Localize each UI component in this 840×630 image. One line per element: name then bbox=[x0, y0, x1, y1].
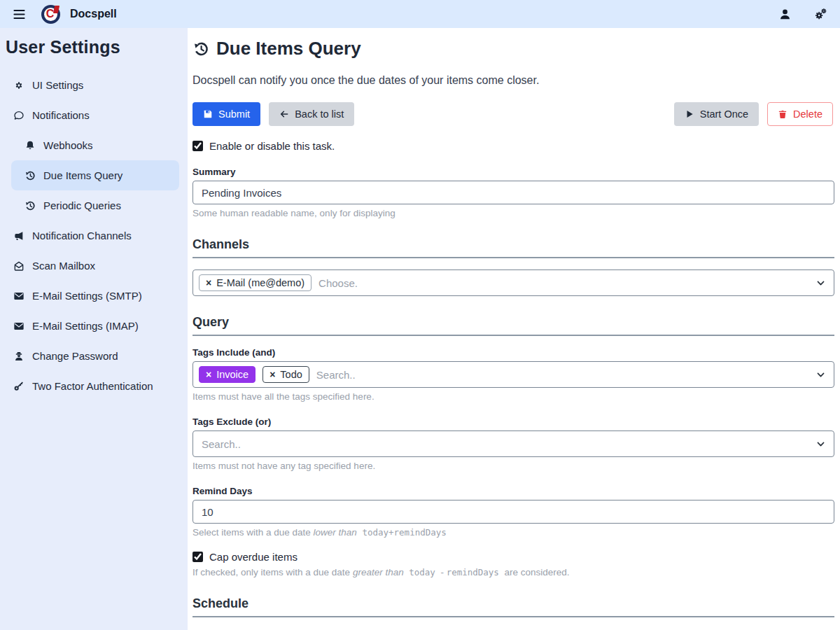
sidebar-item-scan-mailbox[interactable]: Scan Mailbox bbox=[0, 251, 188, 281]
key-icon bbox=[13, 381, 24, 392]
page-title-text: Due Items Query bbox=[216, 38, 361, 59]
sidebar-item-periodic-queries[interactable]: Periodic Queries bbox=[0, 190, 188, 220]
history-icon bbox=[192, 41, 209, 57]
tag-chip-invoice[interactable]: × Invoice bbox=[199, 366, 255, 383]
summary-field: Summary Some human readable name, only f… bbox=[192, 167, 834, 218]
sidebar-item-label: E-Mail Settings (SMTP) bbox=[32, 290, 142, 302]
submit-button[interactable]: Submit bbox=[192, 102, 260, 126]
delete-button-label: Delete bbox=[793, 108, 822, 120]
logo-letter: C bbox=[46, 8, 55, 20]
help-code: today+remindDays bbox=[357, 527, 447, 538]
comment-icon bbox=[13, 110, 24, 121]
menu-toggle-button[interactable] bbox=[10, 5, 29, 24]
cap-overdue-row: Cap overdue items bbox=[192, 551, 834, 563]
sidebar-item-ui-settings[interactable]: UI Settings bbox=[0, 70, 188, 100]
channel-chip-label: E-Mail (me@demo) bbox=[216, 277, 304, 288]
summary-input[interactable] bbox=[192, 181, 834, 204]
chevron-down-icon[interactable] bbox=[816, 279, 825, 288]
tag-chip-label: Todo bbox=[280, 369, 302, 380]
remove-chip-icon[interactable]: × bbox=[206, 278, 211, 288]
main-content: Due Items Query Docspell can notify you … bbox=[188, 28, 840, 630]
user-menu-button[interactable] bbox=[776, 5, 794, 24]
remove-chip-icon[interactable]: × bbox=[206, 370, 211, 379]
sidebar-item-notification-channels[interactable]: Notification Channels bbox=[0, 220, 188, 251]
channel-chip-email[interactable]: × E-Mail (me@demo) bbox=[199, 274, 312, 291]
tags-exclude-select[interactable]: Search.. bbox=[192, 430, 834, 457]
sidebar-item-two-factor[interactable]: Two Factor Authentication bbox=[0, 371, 188, 401]
channels-select[interactable]: × E-Mail (me@demo) Choose. bbox=[192, 270, 834, 296]
history-icon bbox=[24, 200, 36, 211]
start-once-button[interactable]: Start Once bbox=[674, 102, 759, 126]
enable-task-label: Enable or disable this task. bbox=[209, 140, 335, 152]
cap-overdue-label: Cap overdue items bbox=[209, 551, 298, 563]
chevron-down-icon[interactable] bbox=[816, 440, 825, 449]
envelope-open-icon bbox=[13, 260, 24, 272]
sidebar-item-label: Periodic Queries bbox=[43, 200, 121, 211]
enable-task-checkbox[interactable] bbox=[192, 141, 203, 151]
page-title: Due Items Query bbox=[192, 38, 834, 59]
tags-include-placeholder: Search.. bbox=[316, 369, 809, 381]
trash-icon bbox=[778, 109, 788, 119]
history-icon bbox=[24, 170, 36, 181]
sidebar-item-email-smtp[interactable]: E-Mail Settings (SMTP) bbox=[0, 281, 188, 311]
start-once-label: Start Once bbox=[700, 108, 748, 120]
help-text: are considered. bbox=[504, 567, 569, 578]
back-to-list-button[interactable]: Back to list bbox=[269, 102, 354, 126]
cap-overdue-help: If checked, only items with a due date g… bbox=[192, 567, 834, 578]
summary-label: Summary bbox=[192, 167, 834, 177]
arrow-left-icon bbox=[279, 109, 289, 119]
sidebar-item-label: Notification Channels bbox=[32, 230, 132, 241]
sidebar-item-notifications[interactable]: Notifications bbox=[0, 100, 188, 130]
help-code: remindDays bbox=[447, 567, 505, 578]
help-code: today bbox=[404, 567, 441, 578]
sidebar-item-label: Scan Mailbox bbox=[32, 260, 95, 272]
gear-icon bbox=[13, 80, 24, 91]
remind-days-label: Remind Days bbox=[192, 486, 834, 496]
cogs-icon bbox=[814, 8, 827, 21]
sidebar-nav: UI Settings Notifications Webhooks Due I… bbox=[0, 70, 188, 401]
settings-menu-button[interactable] bbox=[811, 5, 830, 24]
help-separator: - bbox=[440, 567, 446, 578]
help-text: If checked, only items with a due date bbox=[192, 567, 353, 578]
remind-days-help: Select items with a due date lower than … bbox=[192, 527, 834, 538]
tag-chip-label: Invoice bbox=[216, 369, 248, 380]
bullhorn-icon bbox=[13, 230, 24, 241]
query-heading: Query bbox=[192, 315, 834, 336]
schedule-heading: Schedule bbox=[192, 596, 834, 617]
delete-button[interactable]: Delete bbox=[767, 102, 833, 126]
help-emphasis: lower than bbox=[314, 527, 357, 538]
docspell-logo[interactable]: C bbox=[41, 5, 60, 24]
sidebar-item-email-imap[interactable]: E-Mail Settings (IMAP) bbox=[0, 311, 188, 341]
tags-exclude-help: Items must not have any tag specified he… bbox=[192, 461, 834, 471]
tags-include-help: Items must have all the tags specified h… bbox=[192, 391, 834, 402]
tag-chip-todo[interactable]: × Todo bbox=[262, 366, 309, 383]
summary-help: Some human readable name, only for displ… bbox=[192, 208, 834, 218]
tags-include-select[interactable]: × Invoice × Todo Search.. bbox=[192, 361, 834, 388]
cap-overdue-checkbox[interactable] bbox=[192, 552, 203, 562]
tags-include-field: Tags Include (and) × Invoice × Todo Sear… bbox=[192, 347, 834, 402]
tags-exclude-label: Tags Exclude (or) bbox=[192, 416, 834, 427]
envelope-icon bbox=[13, 321, 24, 332]
channels-placeholder: Choose. bbox=[318, 277, 809, 289]
sidebar-item-due-items-query[interactable]: Due Items Query bbox=[11, 160, 179, 190]
page-description: Docspell can notify you once the due dat… bbox=[192, 74, 834, 87]
sidebar-item-webhooks[interactable]: Webhooks bbox=[0, 130, 188, 160]
sidebar-title: User Settings bbox=[0, 28, 188, 64]
sidebar-item-label: Two Factor Authentication bbox=[32, 380, 153, 392]
sidebar-item-label: Change Password bbox=[32, 350, 118, 362]
channels-heading: Channels bbox=[192, 237, 834, 258]
remind-days-input[interactable] bbox=[192, 500, 834, 524]
help-text: Select items with a due date bbox=[192, 527, 314, 538]
user-settings-sidebar: User Settings UI Settings Notifications … bbox=[0, 28, 188, 630]
save-icon bbox=[203, 109, 213, 119]
bell-icon bbox=[24, 140, 36, 151]
remove-chip-icon[interactable]: × bbox=[270, 370, 275, 379]
brand-name[interactable]: Docspell bbox=[70, 8, 117, 20]
chevron-down-icon[interactable] bbox=[816, 370, 825, 379]
sidebar-item-label: Due Items Query bbox=[43, 169, 122, 181]
tags-exclude-placeholder: Search.. bbox=[199, 438, 809, 450]
user-icon bbox=[778, 8, 792, 21]
help-emphasis: greater than bbox=[353, 567, 404, 578]
sidebar-item-change-password[interactable]: Change Password bbox=[0, 341, 188, 371]
sidebar-item-label: Webhooks bbox=[43, 139, 93, 151]
